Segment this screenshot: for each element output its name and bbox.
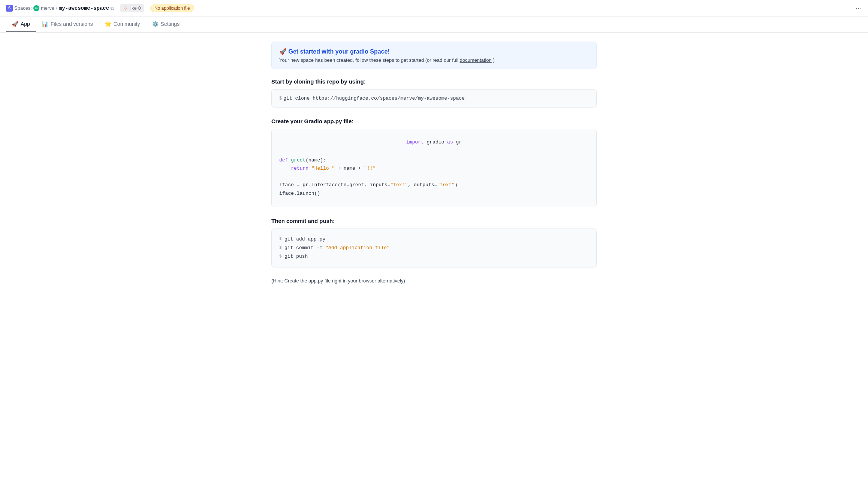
topbar-right: ⋯: [855, 4, 862, 12]
like-label: like: [129, 5, 137, 11]
community-icon: 🌟: [105, 21, 111, 27]
like-count: 0: [138, 5, 141, 11]
section-commit: Then commit and push: $ git add app.py $…: [271, 218, 597, 267]
main-content: 🚀 Get started with your gradio Space! Yo…: [265, 33, 603, 293]
settings-icon: ⚙️: [152, 21, 159, 27]
section-create: Create your Gradio app.py file: import g…: [271, 118, 597, 207]
section1-title: Start by cloning this repo by using:: [271, 78, 597, 85]
tab-files[interactable]: 📊 Files and versions: [36, 16, 99, 32]
import-line: import gradio as gr: [279, 138, 589, 146]
tab-community[interactable]: 🌟 Community: [99, 16, 146, 32]
hint-prefix: (Hint:: [271, 278, 284, 284]
def-keyword: def: [279, 157, 291, 163]
banner-description: Your new space has been created, follow …: [279, 57, 589, 63]
import-alias: gr: [456, 139, 462, 145]
tab-settings[interactable]: ⚙️ Settings: [146, 16, 186, 32]
topbar: S Spaces: m merve / my-awesome-space ⧉ ♡…: [0, 0, 868, 16]
user-name: merve: [41, 5, 54, 11]
func-name: greet: [291, 157, 305, 163]
dollar1: $: [279, 235, 283, 243]
hello-string: "Hello ": [311, 166, 335, 171]
nav-tabs: 🚀 App 📊 Files and versions 🌟 Community ⚙…: [0, 16, 868, 33]
iface-line: iface = gr.Interface(fn=greet, inputs="t…: [279, 181, 589, 189]
import-module: gradio: [427, 139, 447, 145]
section-clone: Start by cloning this repo by using: $gi…: [271, 78, 597, 108]
like-button[interactable]: ♡ like 0: [120, 4, 144, 12]
hint-suffix: the app.py file right in your browser al…: [299, 278, 405, 284]
app-icon: 🚀: [12, 21, 18, 27]
repo-name: my-awesome-space: [59, 5, 109, 11]
prompt-symbol: $: [279, 96, 282, 101]
tab-files-label: Files and versions: [51, 21, 93, 27]
tab-settings-label: Settings: [161, 21, 180, 27]
heart-icon: ♡: [123, 5, 128, 11]
topbar-brand: S Spaces: m merve / my-awesome-space ⧉: [6, 5, 114, 12]
git-commit-cmd: git commit -m "Add application file": [284, 244, 390, 252]
import-keyword: import: [406, 139, 424, 145]
clone-command: git clone https://huggingface.co/spaces/…: [283, 96, 465, 101]
create-link[interactable]: Create: [284, 278, 299, 284]
shell-code-block: $ git add app.py $ git commit -m "Add ap…: [271, 229, 597, 267]
git-commit-line: $ git commit -m "Add application file": [279, 244, 589, 252]
git-add-line: $ git add app.py: [279, 235, 589, 244]
return-keyword: return: [291, 166, 311, 171]
git-push-line: $ git push: [279, 252, 589, 261]
copy-icon[interactable]: ⧉: [111, 6, 114, 11]
spaces-label: Spaces:: [14, 5, 32, 11]
dollar2: $: [279, 244, 283, 252]
spaces-icon: S: [6, 5, 13, 12]
outputs-string: "text": [437, 182, 455, 188]
info-banner: 🚀 Get started with your gradio Space! Yo…: [271, 42, 597, 69]
separator: /: [56, 5, 57, 11]
inputs-string: "text": [390, 182, 408, 188]
tab-community-label: Community: [114, 21, 140, 27]
as-keyword: as: [447, 139, 453, 145]
git-add-cmd: git add app.py: [284, 235, 325, 244]
tab-app[interactable]: 🚀 App: [6, 16, 36, 32]
git-push-cmd: git push: [284, 252, 308, 261]
def-line: def greet(name):: [279, 156, 589, 164]
no-app-badge: No application file: [150, 4, 194, 12]
section2-title: Create your Gradio app.py file:: [271, 118, 597, 124]
tab-app-label: App: [21, 21, 30, 27]
exclaim-string: "!!": [364, 166, 376, 171]
clone-code-block: $git clone https://huggingface.co/spaces…: [271, 89, 597, 108]
python-code-block: import gradio as gr def greet(name): ret…: [271, 129, 597, 207]
section3-title: Then commit and push:: [271, 218, 597, 224]
more-button[interactable]: ⋯: [855, 4, 862, 12]
banner-title: 🚀 Get started with your gradio Space!: [279, 48, 589, 55]
dollar3: $: [279, 253, 283, 260]
launch-line: iface.launch(): [279, 190, 589, 198]
docs-link[interactable]: documentation: [460, 57, 492, 63]
user-avatar: m: [33, 5, 39, 11]
return-line: return "Hello " + name + "!!": [279, 164, 589, 173]
hint-text: (Hint: Create the app.py file right in y…: [271, 278, 597, 284]
files-icon: 📊: [42, 21, 48, 27]
